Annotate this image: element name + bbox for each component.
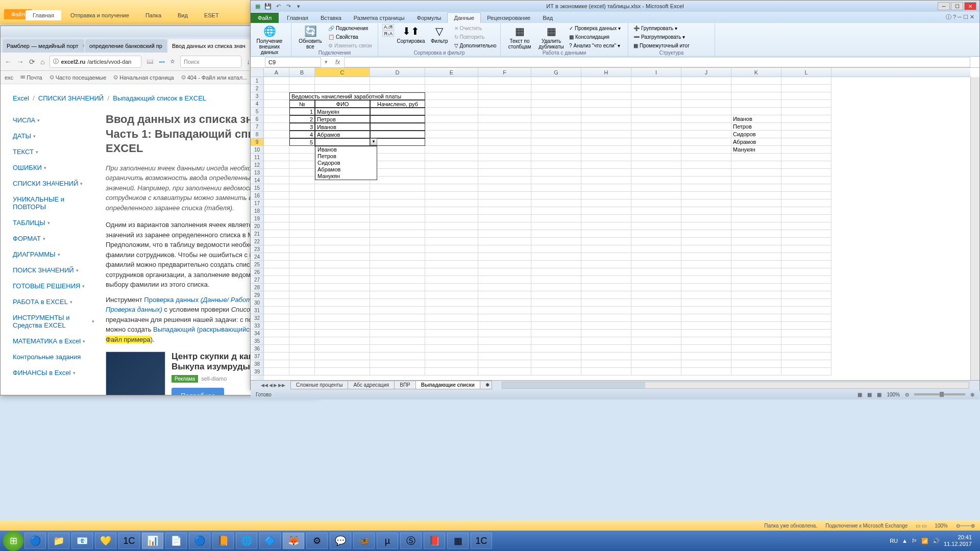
col-header-C[interactable]: C	[315, 68, 370, 77]
cell-I24[interactable]	[631, 253, 681, 261]
star-icon[interactable]: ☆	[170, 58, 175, 65]
crumb-lists[interactable]: СПИСКИ ЗНАЧЕНИЙ	[38, 94, 104, 102]
col-header-A[interactable]: A	[264, 68, 289, 77]
cell-I30[interactable]	[631, 299, 681, 307]
nav-tasks[interactable]: Контрольные задания	[13, 349, 94, 365]
cell-I14[interactable]	[631, 177, 681, 184]
cell-I4[interactable]	[631, 100, 681, 108]
cell-K31[interactable]	[731, 307, 781, 314]
cell-D32[interactable]	[370, 314, 425, 322]
vertical-scrollbar[interactable]	[970, 77, 979, 380]
cell-F34[interactable]	[478, 330, 531, 337]
cell-G22[interactable]	[531, 238, 581, 245]
browser-tab-2[interactable]: определение банковский пр×	[85, 39, 167, 53]
cell-K16[interactable]	[731, 192, 781, 199]
cell-L8[interactable]	[781, 131, 831, 138]
undo-icon[interactable]: ↶	[274, 2, 282, 10]
cell-I1[interactable]	[631, 77, 681, 85]
customize-icon[interactable]: exc	[5, 74, 13, 81]
cell-C32[interactable]	[315, 314, 370, 322]
cell-J14[interactable]	[681, 177, 731, 184]
cell-J23[interactable]	[681, 245, 731, 253]
cell-J12[interactable]	[681, 161, 731, 169]
cell-C34[interactable]	[315, 330, 370, 337]
taskbar-word[interactable]: 📄	[165, 533, 187, 549]
cell-G3[interactable]	[531, 92, 581, 100]
cell-E20[interactable]	[425, 222, 478, 230]
cell-J21[interactable]	[681, 230, 731, 238]
search-input[interactable]: Поиск	[180, 56, 241, 68]
cell-H18[interactable]	[581, 207, 631, 215]
whatif-button[interactable]: ? Анализ "что если" ▾	[568, 41, 622, 49]
cell-J20[interactable]	[681, 222, 731, 230]
cell-B19[interactable]	[289, 215, 315, 222]
cell-H8[interactable]	[581, 131, 631, 138]
row-header-5[interactable]: 5	[251, 108, 264, 115]
cell-B27[interactable]	[289, 276, 315, 284]
browser-tab-1[interactable]: Рамблер — медийный порт×	[3, 39, 84, 53]
cell-L27[interactable]	[781, 276, 831, 284]
cell-C28[interactable]	[315, 284, 370, 291]
cell-L3[interactable]	[781, 92, 831, 100]
cell-B32[interactable]	[289, 314, 315, 322]
cell-B18[interactable]	[289, 207, 315, 215]
cell-A16[interactable]	[264, 192, 289, 199]
cell-H25[interactable]	[581, 261, 631, 268]
edit-links-button[interactable]: ⚙ Изменить связи	[327, 41, 373, 49]
row-header-28[interactable]: 28	[251, 284, 264, 291]
cell-B25[interactable]	[289, 261, 315, 268]
sheet-tab-2[interactable]: Абс адресация	[348, 381, 395, 389]
col-header-E[interactable]: E	[425, 68, 478, 77]
cell-H31[interactable]	[581, 307, 631, 314]
cell-F22[interactable]	[478, 238, 531, 245]
cell-C19[interactable]	[315, 215, 370, 222]
cell-I37[interactable]	[631, 353, 681, 360]
cell-D19[interactable]	[370, 215, 425, 222]
cell-F23[interactable]	[478, 245, 531, 253]
cell-L36[interactable]	[781, 345, 831, 353]
cell-L7[interactable]	[781, 123, 831, 131]
cell-F12[interactable]	[478, 161, 531, 169]
row-header-20[interactable]: 20	[251, 222, 264, 230]
horizontal-scrollbar[interactable]	[502, 382, 969, 389]
cell-F37[interactable]	[478, 353, 531, 360]
cell-B24[interactable]	[289, 253, 315, 261]
cell-A25[interactable]	[264, 261, 289, 268]
row-header-37[interactable]: 37	[251, 353, 264, 360]
tab-data[interactable]: Данные	[447, 12, 481, 23]
cell-K22[interactable]	[731, 238, 781, 245]
cell-B5[interactable]: 1	[289, 108, 315, 115]
cell-K8[interactable]: Сидоров	[731, 131, 781, 138]
cell-C2[interactable]	[315, 85, 370, 92]
cell-D34[interactable]	[370, 330, 425, 337]
cell-A17[interactable]	[264, 199, 289, 207]
cell-K11[interactable]	[731, 154, 781, 161]
col-header-B[interactable]: B	[289, 68, 315, 77]
cell-K27[interactable]	[731, 276, 781, 284]
cell-F25[interactable]	[478, 261, 531, 268]
cell-D27[interactable]	[370, 276, 425, 284]
cell-K18[interactable]	[731, 207, 781, 215]
nav-text[interactable]: ТЕКСТ▾	[13, 144, 94, 160]
forward-button[interactable]: →	[17, 58, 24, 66]
cell-C38[interactable]	[315, 360, 370, 368]
taskbar-ppt[interactable]: 📙	[212, 533, 234, 549]
cell-D1[interactable]	[370, 77, 425, 85]
outlook-tab-home[interactable]: Главная	[26, 10, 61, 20]
name-box[interactable]: C9	[265, 57, 321, 67]
cell-H28[interactable]	[581, 284, 631, 291]
cell-I7[interactable]	[631, 123, 681, 131]
cell-K3[interactable]	[731, 92, 781, 100]
cell-D17[interactable]	[370, 199, 425, 207]
cell-C9[interactable]	[315, 138, 370, 146]
cell-K33[interactable]	[731, 322, 781, 330]
data-validation-button[interactable]: ✓ Проверка данных ▾	[568, 24, 622, 32]
row-header-13[interactable]: 13	[251, 169, 264, 177]
cell-F7[interactable]	[478, 123, 531, 131]
cell-I10[interactable]	[631, 146, 681, 154]
outlook-tab-eset[interactable]: ESET	[197, 10, 226, 20]
col-header-J[interactable]: J	[681, 68, 731, 77]
cell-E25[interactable]	[425, 261, 478, 268]
cell-B4[interactable]: №	[289, 100, 315, 108]
cell-A21[interactable]	[264, 230, 289, 238]
